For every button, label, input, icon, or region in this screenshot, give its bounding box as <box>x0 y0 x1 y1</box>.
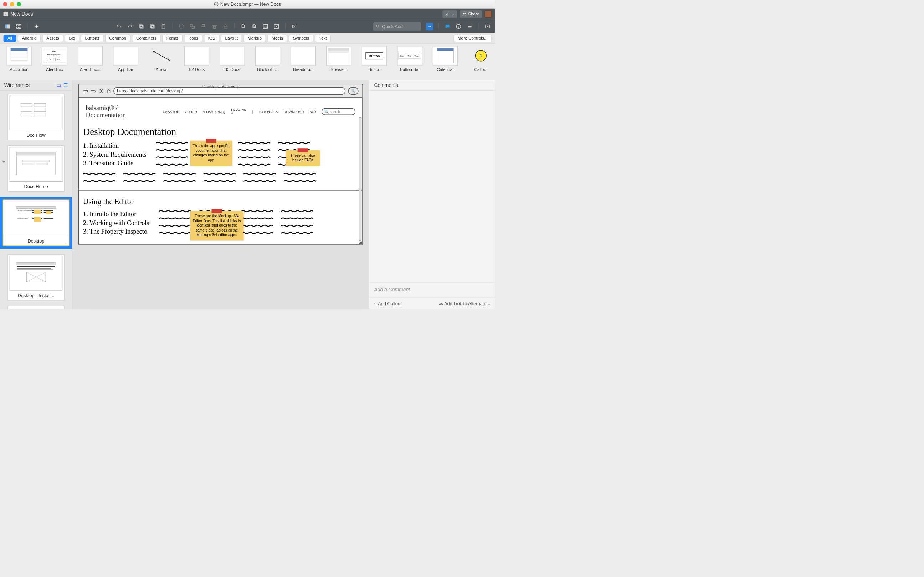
library-item[interactable]: 1Callout <box>467 46 494 79</box>
paste-icon[interactable] <box>160 23 167 30</box>
mockup-browser-window[interactable]: Desktop - Balsamiq ⇦ ⇨ ✕ ⌂ https://docs.… <box>78 84 363 245</box>
thumbnail-view-icon[interactable]: ▭ <box>57 82 61 88</box>
library-item[interactable]: App Bar <box>112 46 139 79</box>
wireframe-thumb-selected[interactable]: Desktop DocumentationUsing the Editor De… <box>3 200 69 246</box>
send-back-icon[interactable] <box>211 23 218 30</box>
list-item[interactable]: 2. Working with Controls <box>83 219 149 227</box>
clear-markup-icon[interactable] <box>291 23 298 30</box>
minimize-window-button[interactable] <box>10 2 14 6</box>
presentation-icon[interactable] <box>483 23 491 30</box>
nav-link[interactable]: PLUGINS ^ <box>231 108 246 115</box>
group-icon[interactable] <box>178 23 185 30</box>
wireframe-thumb[interactable] <box>8 306 64 309</box>
wireframe-thumb[interactable]: Docs Home <box>8 145 64 192</box>
comment-input[interactable]: Add a Comment <box>369 282 495 298</box>
zoom-in-icon[interactable] <box>250 23 258 30</box>
list-item[interactable]: 3. Transition Guide <box>83 160 147 167</box>
share-button[interactable]: Share <box>460 10 482 18</box>
wireframe-thumb[interactable]: Desktop - Install... <box>8 254 64 301</box>
scrollbar[interactable] <box>359 117 362 240</box>
library-item[interactable]: Block of T... <box>255 46 281 79</box>
chevron-down-icon[interactable]: ⌄ <box>65 242 67 245</box>
forward-icon[interactable]: ⇨ <box>90 87 96 95</box>
user-avatar[interactable] <box>485 11 491 18</box>
category-chip-markup[interactable]: Markup <box>244 35 266 42</box>
library-item[interactable]: AlertAlert text goes hereNoYesAlert Box <box>41 46 68 79</box>
list-item[interactable]: 1. Installation <box>83 142 147 149</box>
maximize-window-button[interactable] <box>17 2 21 6</box>
nav-link[interactable]: DESKTOP <box>163 110 179 114</box>
grid-view-icon[interactable] <box>15 23 23 30</box>
category-chip-forms[interactable]: Forms <box>163 35 183 42</box>
wireframe-thumb[interactable]: Doc Flow <box>8 94 64 140</box>
category-chip-assets[interactable]: Assets <box>42 35 63 42</box>
add-callout-button[interactable]: ○ Add Callout <box>374 301 401 306</box>
nav-link[interactable]: CLOUD <box>185 110 197 114</box>
nav-link[interactable]: | <box>252 110 253 114</box>
zoom-actual-icon[interactable]: 1:1 <box>262 23 269 30</box>
library-item[interactable]: Alert Box... <box>77 46 103 79</box>
category-chip-ios[interactable]: iOS <box>204 35 219 42</box>
info-icon[interactable] <box>455 23 462 30</box>
add-link-button[interactable]: ⫘ Add Link to Alternate ⌄ <box>438 301 490 306</box>
stop-icon[interactable]: ✕ <box>99 87 104 95</box>
sticky-note[interactable]: This is the app specific documentation t… <box>190 141 232 166</box>
list-item[interactable]: 1. Intro to the Editor <box>83 211 149 218</box>
zoom-fit-icon[interactable] <box>273 23 280 30</box>
quick-add-badge[interactable]: ⇥ <box>426 23 433 30</box>
nav-link[interactable]: TUTORIALS <box>258 110 278 114</box>
library-item[interactable]: Breadcru... <box>290 46 317 79</box>
category-chip-media[interactable]: Media <box>268 35 288 42</box>
nav-link[interactable]: MYBALSAMIQ <box>203 110 226 114</box>
copy-icon[interactable] <box>149 23 156 30</box>
ungroup-icon[interactable] <box>189 23 196 30</box>
properties-icon[interactable] <box>466 23 473 30</box>
library-item[interactable]: Calendar <box>432 46 459 79</box>
sticky-note[interactable]: These are the Mockups 3/4 Editor Docs Th… <box>190 211 244 240</box>
category-chip-text[interactable]: Text <box>315 35 331 42</box>
nav-link[interactable]: BUY <box>309 110 317 114</box>
library-item[interactable]: OneTwoThreeButton Bar <box>396 46 423 79</box>
category-chip-common[interactable]: Common <box>105 35 130 42</box>
back-icon[interactable]: ⇦ <box>83 87 88 95</box>
redo-icon[interactable] <box>126 23 134 30</box>
category-chip-android[interactable]: Android <box>18 35 40 42</box>
bring-front-icon[interactable] <box>200 23 207 30</box>
panel-layout-icon[interactable] <box>4 23 11 30</box>
library-item[interactable]: Accordion <box>6 46 32 79</box>
library-item[interactable]: Arrow <box>148 46 174 79</box>
more-controls-button[interactable]: More Controls... <box>454 35 491 42</box>
search-input[interactable]: 🔍 search <box>321 108 355 115</box>
browser-search-icon[interactable]: 🔍 <box>348 87 359 95</box>
list-item[interactable]: 3. The Property Inspecto <box>83 228 149 235</box>
library-item[interactable]: ButtonButton <box>361 46 388 79</box>
home-icon[interactable]: ⌂ <box>107 87 110 95</box>
library-item[interactable]: B3 Docs <box>219 46 246 79</box>
quick-add-input[interactable]: Quick Add <box>373 22 421 31</box>
category-chip-symbols[interactable]: Symbols <box>289 35 313 42</box>
comments-toggle-icon[interactable] <box>443 23 451 30</box>
close-window-button[interactable] <box>3 2 8 6</box>
category-chip-buttons[interactable]: Buttons <box>81 35 103 42</box>
category-chip-icons[interactable]: Icons <box>184 35 202 42</box>
canvas[interactable]: Desktop - Balsamiq ⇦ ⇨ ✕ ⌂ https://docs.… <box>72 80 368 309</box>
category-chip-all[interactable]: All <box>3 35 16 42</box>
collapse-triangle-icon[interactable] <box>2 161 6 163</box>
nav-link[interactable]: DOWNLOAD <box>283 110 304 114</box>
resize-grip-icon[interactable] <box>358 240 362 244</box>
category-chip-layout[interactable]: Layout <box>221 35 242 42</box>
add-wireframe-icon[interactable] <box>33 23 40 30</box>
undo-icon[interactable] <box>115 23 123 30</box>
category-chip-containers[interactable]: Containers <box>132 35 160 42</box>
zoom-out-icon[interactable] <box>239 23 247 30</box>
category-chip-big[interactable]: Big <box>65 35 79 42</box>
edit-mode-button[interactable]: ⌄ <box>443 10 457 18</box>
document-tab[interactable]: ☺ New Docs <box>3 11 33 17</box>
sticky-note[interactable]: These can also include FAQs <box>286 150 320 166</box>
lock-icon[interactable] <box>222 23 229 30</box>
library-item[interactable]: B2 Docs <box>183 46 210 79</box>
library-item[interactable]: Browser... <box>325 46 352 79</box>
duplicate-icon[interactable] <box>137 23 145 30</box>
list-item[interactable]: 2. System Requirements <box>83 151 147 158</box>
list-view-icon[interactable]: ☰ <box>63 82 68 88</box>
